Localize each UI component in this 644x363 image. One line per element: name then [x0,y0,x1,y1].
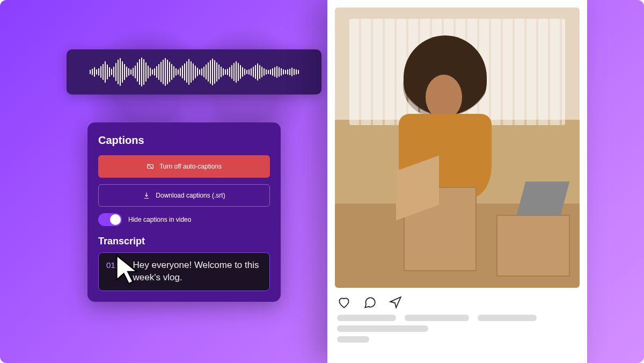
captions-panel: Captions Turn off auto-captions Download… [87,122,281,302]
speech-bubble-icon[interactable] [363,295,377,309]
download-icon [143,192,150,199]
post-meta-placeholder [335,315,580,325]
post-caption-placeholder [335,325,580,336]
hide-captions-label: Hide captions in video [128,216,191,223]
heart-icon[interactable] [337,295,351,309]
transcript-title: Transcript [98,236,270,247]
download-label: Download captions (.srt) [156,192,225,199]
transcript-timestamp: 01:00 [106,260,127,270]
paper-plane-icon[interactable] [389,295,402,309]
hide-captions-row: Hide captions in video [98,213,270,226]
transcript-text: Hey everyone! Welcome to this week's vlo… [133,259,262,284]
captions-off-icon [147,163,154,170]
post-actions [335,288,580,315]
turn-off-auto-captions-button[interactable]: Turn off auto-captions [98,155,270,178]
captions-title: Captions [98,134,270,147]
post-caption-placeholder-2 [335,336,580,347]
audio-waveform[interactable] [67,49,321,95]
social-post-card [327,0,587,363]
turn-off-label: Turn off auto-captions [159,163,222,170]
hide-captions-toggle[interactable] [98,213,122,226]
download-captions-button[interactable]: Download captions (.srt) [98,184,270,207]
app-canvas: Captions Turn off auto-captions Download… [0,0,644,363]
toggle-knob [110,214,121,225]
post-image[interactable] [335,8,580,288]
transcript-entry[interactable]: 01:00 Hey everyone! Welcome to this week… [98,252,270,291]
